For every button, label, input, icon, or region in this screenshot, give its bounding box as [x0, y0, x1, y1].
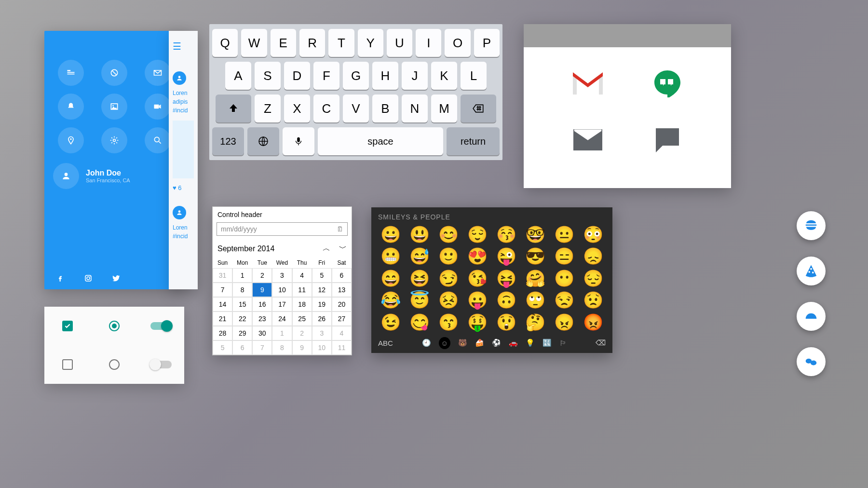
- key-d[interactable]: D: [284, 62, 310, 90]
- emoji-cell[interactable]: 😔: [581, 270, 606, 287]
- profile-row[interactable]: John Doe San Francisco, CA: [44, 158, 184, 194]
- messages-icon[interactable]: [642, 126, 692, 153]
- emoji-cell[interactable]: 😲: [494, 313, 519, 331]
- calendar-day[interactable]: 16: [252, 297, 272, 312]
- activity-category-icon[interactable]: ⚽: [492, 339, 501, 347]
- calendar-day[interactable]: 29: [232, 326, 252, 340]
- emoji-cell[interactable]: 😎: [523, 247, 548, 265]
- emoji-cell[interactable]: 😅: [407, 247, 432, 265]
- emoji-cell[interactable]: 😞: [581, 247, 606, 265]
- calendar-day[interactable]: 5: [312, 268, 332, 283]
- calendar-day[interactable]: 3: [272, 268, 292, 283]
- emoji-cell[interactable]: 🙃: [494, 291, 519, 309]
- calendar-day[interactable]: 7: [213, 283, 232, 297]
- travel-category-icon[interactable]: 🚗: [509, 339, 518, 347]
- calendar-day[interactable]: 24: [272, 312, 292, 326]
- key-u[interactable]: U: [387, 29, 412, 57]
- calendar-day[interactable]: 11: [292, 283, 312, 297]
- emoji-cell[interactable]: 😆: [407, 270, 432, 287]
- calendar-day[interactable]: 1: [232, 268, 252, 283]
- key-f[interactable]: F: [313, 62, 339, 90]
- return-key[interactable]: return: [447, 127, 500, 155]
- key-k[interactable]: K: [431, 62, 457, 90]
- emoji-cell[interactable]: 😳: [581, 226, 606, 244]
- emoji-cell[interactable]: 😝: [494, 270, 519, 287]
- recent-category-icon[interactable]: 🕘: [422, 339, 431, 347]
- emoji-cell[interactable]: 😌: [465, 226, 490, 244]
- calendar-day[interactable]: 30: [252, 326, 272, 340]
- symbols-category-icon[interactable]: 🔣: [542, 339, 552, 347]
- emoji-cell[interactable]: 😄: [378, 270, 403, 287]
- calendar-day[interactable]: 15: [232, 297, 252, 312]
- dome-fab[interactable]: [797, 302, 826, 331]
- key-y[interactable]: Y: [358, 29, 383, 57]
- calendar-day[interactable]: 4: [292, 268, 312, 283]
- calendar-day[interactable]: 22: [232, 312, 252, 326]
- calendar-day[interactable]: 19: [312, 297, 332, 312]
- mail-icon[interactable]: [145, 60, 171, 86]
- pizza-fab[interactable]: [797, 257, 826, 285]
- animals-category-icon[interactable]: 🐻: [458, 339, 467, 347]
- calendar-day[interactable]: 1: [272, 326, 292, 340]
- emoji-cell[interactable]: 😟: [581, 291, 606, 309]
- block-icon[interactable]: [101, 60, 127, 86]
- calendar-day[interactable]: 5: [213, 340, 232, 355]
- menu-icon[interactable]: ☰: [173, 41, 194, 52]
- key-m[interactable]: M: [431, 95, 457, 122]
- calendar-day[interactable]: 8: [232, 283, 252, 297]
- gear-icon[interactable]: [101, 127, 127, 153]
- calendar-day[interactable]: 13: [332, 283, 352, 297]
- emoji-cell[interactable]: 😍: [465, 247, 490, 265]
- emoji-cell[interactable]: 😡: [581, 313, 606, 331]
- emoji-cell[interactable]: 😚: [494, 226, 519, 244]
- key-z[interactable]: Z: [255, 95, 281, 122]
- emoji-cell[interactable]: 🤔: [523, 313, 548, 331]
- emoji-cell[interactable]: 🙄: [523, 291, 548, 309]
- hangouts-icon[interactable]: [642, 69, 692, 97]
- calendar-day[interactable]: 11: [332, 340, 352, 355]
- like-count[interactable]: ♥ 6: [173, 184, 194, 191]
- calendar-day[interactable]: 20: [332, 297, 352, 312]
- emoji-cell[interactable]: 😋: [407, 313, 432, 331]
- calendar-day[interactable]: 9: [292, 340, 312, 355]
- key-o[interactable]: O: [445, 29, 470, 57]
- emoji-cell[interactable]: 😬: [378, 247, 403, 265]
- checkbox-checked[interactable]: [62, 321, 73, 331]
- emoji-cell[interactable]: 😏: [436, 270, 461, 287]
- abc-button[interactable]: ABC: [378, 339, 393, 347]
- radio-selected[interactable]: [109, 321, 120, 331]
- emoji-backspace-icon[interactable]: ⌫: [596, 339, 606, 347]
- pin-icon[interactable]: [58, 127, 84, 153]
- calendar-day[interactable]: 26: [312, 312, 332, 326]
- calendar-day[interactable]: 4: [332, 326, 352, 340]
- key-c[interactable]: C: [313, 95, 339, 122]
- emoji-cell[interactable]: 😉: [378, 313, 403, 331]
- emoji-cell[interactable]: 😐: [552, 226, 577, 244]
- emoji-cell[interactable]: 😶: [552, 270, 577, 287]
- calendar-day[interactable]: 27: [332, 312, 352, 326]
- emoji-cell[interactable]: 🤓: [523, 226, 548, 244]
- calendar-day[interactable]: 23: [252, 312, 272, 326]
- globe-key[interactable]: [247, 127, 279, 155]
- calendar-day[interactable]: 25: [292, 312, 312, 326]
- gmail-icon[interactable]: [562, 69, 613, 97]
- calendar-day[interactable]: 10: [312, 340, 332, 355]
- prev-month-icon[interactable]: ︿: [323, 244, 330, 252]
- calendar-day[interactable]: 18: [292, 297, 312, 312]
- key-v[interactable]: V: [343, 95, 369, 122]
- key-e[interactable]: E: [271, 29, 296, 57]
- emoji-cell[interactable]: 😒: [552, 291, 577, 309]
- key-h[interactable]: H: [372, 62, 398, 90]
- key-g[interactable]: G: [343, 62, 369, 90]
- objects-category-icon[interactable]: 💡: [526, 339, 535, 347]
- bell-icon[interactable]: [58, 94, 84, 120]
- key-w[interactable]: W: [241, 29, 267, 57]
- emoji-cell[interactable]: 🤗: [523, 270, 548, 287]
- key-i[interactable]: I: [416, 29, 441, 57]
- key-r[interactable]: R: [299, 29, 325, 57]
- key-q[interactable]: Q: [212, 29, 238, 57]
- shift-key[interactable]: [216, 95, 251, 122]
- key-a[interactable]: A: [225, 62, 251, 90]
- calendar-day[interactable]: 21: [213, 312, 232, 326]
- sushi-fab[interactable]: [797, 347, 826, 376]
